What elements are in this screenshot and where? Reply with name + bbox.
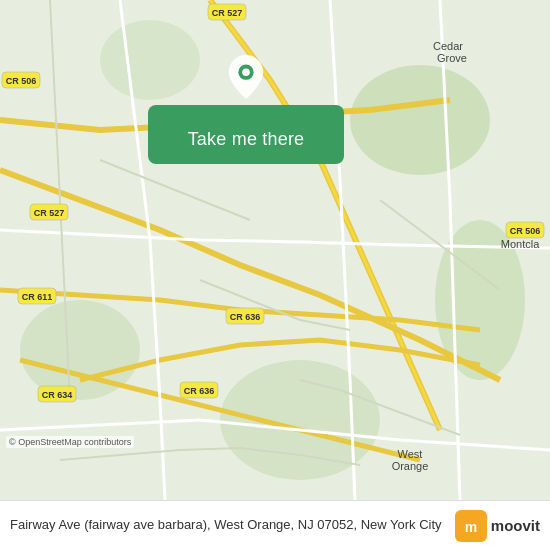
svg-point-28 <box>242 68 250 76</box>
location-pin-icon <box>228 55 264 99</box>
svg-text:Montcla: Montcla <box>501 238 540 250</box>
svg-text:CR 611: CR 611 <box>22 292 53 302</box>
moovit-icon: m <box>455 510 487 542</box>
svg-text:CR 527: CR 527 <box>34 208 65 218</box>
map-container: CR 527 CR 506 CR 527 CR 506 CR 611 CR 63… <box>0 0 550 500</box>
footer-bar: Fairway Ave (fairway ave barbara), West … <box>0 500 550 550</box>
take-me-there-button[interactable]: Take me there <box>168 119 325 164</box>
svg-point-4 <box>220 360 380 480</box>
svg-text:Grove: Grove <box>437 52 467 64</box>
svg-text:West: West <box>398 448 423 460</box>
svg-text:Cedar: Cedar <box>433 40 463 52</box>
map-background: CR 527 CR 506 CR 527 CR 506 CR 611 CR 63… <box>0 0 550 500</box>
address-text: Fairway Ave (fairway ave barbara), West … <box>10 517 455 534</box>
svg-text:CR 506: CR 506 <box>510 226 541 236</box>
moovit-logo: m moovit <box>455 510 540 542</box>
moovit-text: moovit <box>491 517 540 534</box>
svg-text:CR 634: CR 634 <box>42 390 73 400</box>
svg-text:CR 636: CR 636 <box>184 386 215 396</box>
svg-text:CR 506: CR 506 <box>6 76 37 86</box>
svg-text:CR 636: CR 636 <box>230 312 261 322</box>
svg-text:CR 527: CR 527 <box>212 8 243 18</box>
svg-point-1 <box>350 65 490 175</box>
svg-text:Orange: Orange <box>392 460 429 472</box>
take-me-there-panel[interactable]: Take me there <box>148 105 344 164</box>
svg-text:m: m <box>465 519 477 535</box>
osm-credit: © OpenStreetMap contributors <box>6 436 134 448</box>
svg-point-5 <box>100 20 200 100</box>
